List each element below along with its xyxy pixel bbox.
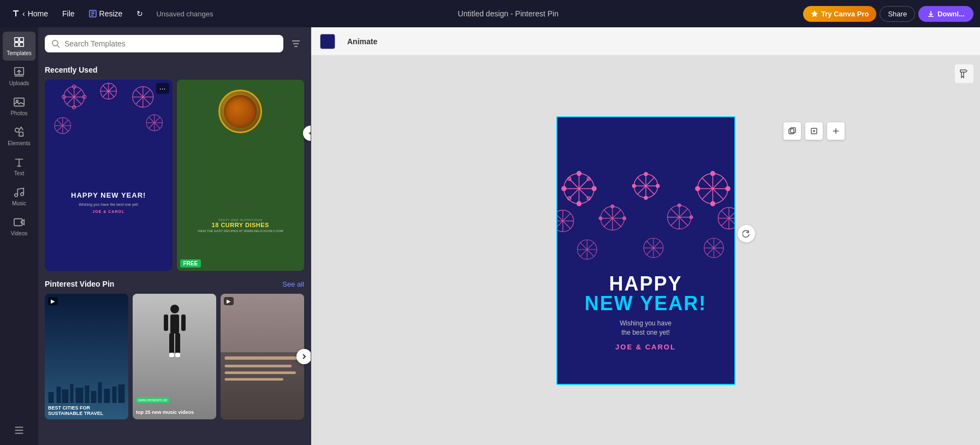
hny-subtitle: Wishing you have the best one yet! xyxy=(50,202,167,207)
abstract-shapes xyxy=(221,294,304,419)
sidebar-item-uploads[interactable]: Uploads xyxy=(3,62,35,91)
svg-point-88 xyxy=(577,171,581,175)
templates-panel: Recently Used xyxy=(38,27,311,445)
search-bar xyxy=(38,27,311,60)
sidebar-item-elements[interactable]: Elements xyxy=(3,122,35,151)
videos-label: Videos xyxy=(11,230,27,236)
see-all-button[interactable]: See all xyxy=(282,280,304,288)
hny-snowflakes-svg xyxy=(45,80,173,194)
recently-used-grid: HAPPY NEW YEAR! Wishing you have the bes… xyxy=(45,80,304,271)
svg-rect-68 xyxy=(175,333,180,355)
add-page-button[interactable] xyxy=(827,122,845,140)
svg-point-111 xyxy=(710,201,715,206)
canvas-area: Animate xyxy=(311,27,980,445)
add-page-icon xyxy=(832,127,840,135)
svg-rect-5 xyxy=(20,43,23,46)
download-button[interactable]: Downl... xyxy=(918,6,973,22)
svg-rect-67 xyxy=(169,333,174,355)
city-skyline xyxy=(45,376,128,403)
svg-line-19 xyxy=(57,45,60,48)
canvas-viewport[interactable]: HAPPY NEW YEAR! Wishing you havethe best… xyxy=(311,56,980,445)
hny-title: HAPPY NEW YEAR! xyxy=(50,192,167,199)
svg-rect-61 xyxy=(112,387,117,403)
play-icon-city: ▶ xyxy=(48,297,58,305)
video-card-music[interactable]: www.eerworm.se top 25 new music videos xyxy=(133,294,216,419)
svg-point-90 xyxy=(561,186,566,191)
svg-point-112 xyxy=(695,186,699,191)
svg-point-102 xyxy=(644,196,648,199)
design-text-area: HAPPY NEW YEAR! Wishing you havethe best… xyxy=(557,274,734,351)
svg-point-18 xyxy=(52,40,58,46)
svg-rect-69 xyxy=(169,353,174,357)
video-card-city[interactable]: ▶ BEST CITIES FOR SUSTAINABLE TRAVEL xyxy=(45,294,128,419)
video-card-abstract[interactable]: ▶ xyxy=(221,294,304,419)
svg-point-9 xyxy=(15,128,19,132)
svg-rect-70 xyxy=(175,353,180,357)
duplicate-button[interactable] xyxy=(805,122,823,140)
person-silhouette xyxy=(158,305,191,359)
text-label: Text xyxy=(14,170,24,176)
rotate-button[interactable] xyxy=(738,225,755,242)
main-layout: Templates Uploads Photos Elements Text M… xyxy=(0,27,980,445)
next-arrow-button[interactable] xyxy=(296,349,311,364)
curry-subtitle: VIEW THE EASY RECIPES AT WWW.DELICIOUSLY… xyxy=(180,229,301,233)
copy-frame-button[interactable] xyxy=(783,122,801,140)
sidebar-item-more[interactable] xyxy=(3,420,35,441)
design-title: Untitled design - Pinterest Pin xyxy=(458,9,559,18)
svg-rect-73 xyxy=(225,365,292,367)
svg-point-63 xyxy=(170,305,179,313)
design-happy-text: HAPPY xyxy=(568,274,723,294)
svg-rect-10 xyxy=(19,132,23,136)
undo-button[interactable]: ↻ xyxy=(131,6,149,21)
design-new-year-text: NEW YEAR! xyxy=(568,294,723,313)
svg-rect-60 xyxy=(104,389,110,403)
rotate-icon xyxy=(743,230,750,238)
worm-badge: www.eerworm.se xyxy=(136,397,169,403)
unsaved-indicator: Unsaved changes xyxy=(156,10,213,18)
video-pin-title: Pinterest Video Pin xyxy=(45,280,114,288)
sidebar-item-music[interactable]: Music xyxy=(3,182,35,211)
sidebar-item-templates[interactable]: Templates xyxy=(3,32,35,61)
sidebar-item-videos[interactable]: Videos xyxy=(3,212,35,241)
search-input[interactable] xyxy=(64,39,277,48)
resize-button[interactable]: Resize xyxy=(84,6,128,21)
templates-label: Templates xyxy=(7,50,32,56)
file-button[interactable]: File xyxy=(57,6,80,21)
svg-rect-53 xyxy=(57,387,61,403)
hny-sig: JOE & CAROL xyxy=(50,210,167,213)
filter-button[interactable] xyxy=(288,35,304,52)
color-swatch[interactable] xyxy=(320,34,335,49)
try-pro-button[interactable]: Try Canva Pro xyxy=(803,6,876,22)
svg-rect-71 xyxy=(221,352,304,419)
svg-marker-1 xyxy=(811,10,818,17)
svg-marker-14 xyxy=(21,219,24,224)
svg-rect-74 xyxy=(225,372,296,375)
sidebar-item-photos[interactable]: Photos xyxy=(3,92,35,121)
photos-label: Photos xyxy=(10,110,27,116)
share-button[interactable]: Share xyxy=(880,6,915,22)
svg-point-110 xyxy=(710,171,715,175)
svg-rect-59 xyxy=(98,382,102,403)
top-nav: ‹ Home File Resize ↻ Unsaved changes Unt… xyxy=(0,0,980,27)
city-label: BEST CITIES FOR SUSTAINABLE TRAVEL xyxy=(48,405,125,416)
template-card-hny[interactable]: HAPPY NEW YEAR! Wishing you have the bes… xyxy=(45,80,173,271)
sidebar-item-text[interactable]: Text xyxy=(3,152,35,181)
search-input-wrap[interactable] xyxy=(45,35,283,52)
svg-point-132 xyxy=(678,204,681,207)
home-button[interactable]: ‹ Home xyxy=(7,6,54,21)
svg-point-124 xyxy=(610,205,614,208)
card-more-button[interactable]: ··· xyxy=(156,83,169,94)
panel-content: Recently Used xyxy=(38,60,311,445)
duplicate-icon xyxy=(810,127,818,135)
canvas-toolbar: Animate xyxy=(311,27,980,56)
svg-rect-58 xyxy=(91,391,97,403)
svg-rect-54 xyxy=(62,389,69,403)
curry-title: 18 CURRY DISHES xyxy=(180,222,301,228)
design-canvas-card[interactable]: HAPPY NEW YEAR! Wishing you havethe best… xyxy=(556,116,735,385)
svg-rect-57 xyxy=(85,385,90,403)
template-card-curry[interactable]: TASTY AND NUTRITIOUS 18 CURRY DISHES VIE… xyxy=(177,80,305,271)
uploads-label: Uploads xyxy=(9,80,29,86)
svg-rect-65 xyxy=(164,315,168,331)
animate-button[interactable]: Animate xyxy=(342,34,383,49)
svg-point-89 xyxy=(577,201,581,206)
